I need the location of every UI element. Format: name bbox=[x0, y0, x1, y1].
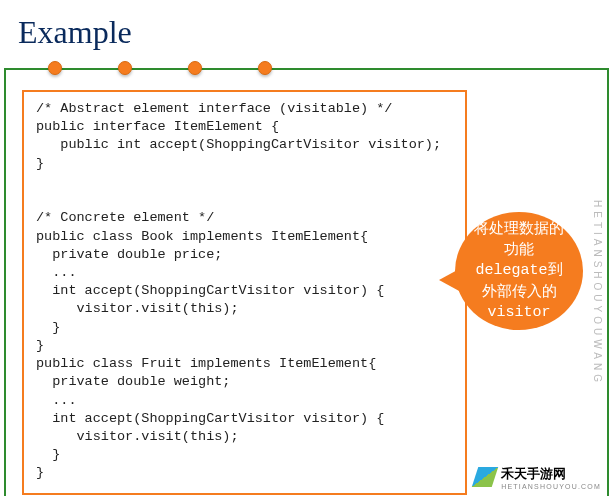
callout-line: 外部传入的 bbox=[482, 283, 557, 299]
brand-sub: HETIANSHOUYOU.COM bbox=[501, 483, 601, 490]
callout-mono: delegate bbox=[475, 262, 547, 279]
brand-logo-icon bbox=[472, 467, 498, 487]
dot-icon bbox=[118, 61, 132, 75]
watermark: HETIANSHOUYOUWANG bbox=[592, 200, 603, 386]
dot-icon bbox=[188, 61, 202, 75]
brand-name: 禾天手游网 bbox=[501, 466, 566, 481]
callout-bubble: 将处理数据的 功能 delegate到 外部传入的 visitor bbox=[455, 212, 583, 330]
decoration-dots bbox=[48, 61, 272, 75]
callout-mono: visitor bbox=[487, 304, 550, 321]
callout-text: 将处理数据的 功能 delegate到 外部传入的 visitor bbox=[474, 218, 564, 323]
dot-icon bbox=[48, 61, 62, 75]
code-block: /* Abstract element interface (visitable… bbox=[22, 90, 467, 495]
brand-footer: 禾天手游网 HETIANSHOUYOU.COM bbox=[475, 464, 601, 490]
callout-line: 将处理数据的 bbox=[474, 220, 564, 236]
dot-icon bbox=[258, 61, 272, 75]
slide-title: Example bbox=[18, 14, 132, 51]
callout-line: 功能 bbox=[504, 241, 534, 257]
brand-text-wrap: 禾天手游网 HETIANSHOUYOU.COM bbox=[501, 464, 601, 490]
callout-line: 到 bbox=[548, 261, 563, 277]
